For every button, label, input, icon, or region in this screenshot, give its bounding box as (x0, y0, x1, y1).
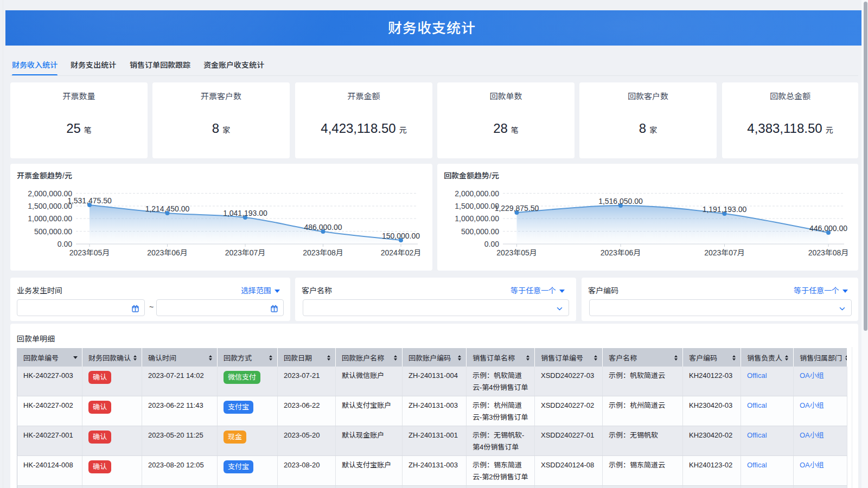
svg-text:1,191,193.00: 1,191,193.00 (703, 205, 747, 214)
svg-text:2023年05月: 2023年05月 (496, 248, 537, 257)
svg-text:1,000,000.00: 1,000,000.00 (28, 214, 72, 223)
svg-text:2023年08月: 2023年08月 (303, 248, 343, 257)
svg-text:1,500,000.00: 1,500,000.00 (455, 202, 499, 210)
svg-text:500,000.00: 500,000.00 (461, 227, 499, 236)
svg-text:1,229,875.50: 1,229,875.50 (495, 204, 539, 213)
svg-text:2023年06月: 2023年06月 (147, 248, 188, 257)
svg-text:1,500,000.00: 1,500,000.00 (28, 202, 72, 210)
svg-text:2023年07月: 2023年07月 (704, 248, 745, 257)
svg-text:1,041,193.00: 1,041,193.00 (223, 209, 267, 217)
svg-text:2024年02月: 2024年02月 (381, 248, 422, 257)
svg-text:0.00: 0.00 (484, 240, 499, 248)
svg-text:486,000.00: 486,000.00 (304, 223, 342, 232)
svg-text:150,000.00: 150,000.00 (382, 232, 420, 240)
svg-text:1,000,000.00: 1,000,000.00 (455, 214, 499, 223)
svg-text:1,531,475.50: 1,531,475.50 (67, 196, 112, 205)
svg-text:2,000,000.00: 2,000,000.00 (455, 189, 499, 198)
svg-text:2023年05月: 2023年05月 (69, 248, 110, 257)
svg-text:0.00: 0.00 (58, 240, 72, 248)
svg-text:1,516,050.00: 1,516,050.00 (598, 197, 643, 206)
svg-text:2023年08月: 2023年08月 (808, 248, 849, 257)
svg-text:2023年06月: 2023年06月 (601, 248, 641, 257)
svg-text:500,000.00: 500,000.00 (34, 227, 72, 236)
svg-text:2023年07月: 2023年07月 (225, 248, 266, 257)
svg-text:1,214,450.00: 1,214,450.00 (145, 204, 190, 213)
svg-text:446,000.00: 446,000.00 (809, 224, 847, 233)
svg-text:2,000,000.00: 2,000,000.00 (28, 189, 72, 198)
